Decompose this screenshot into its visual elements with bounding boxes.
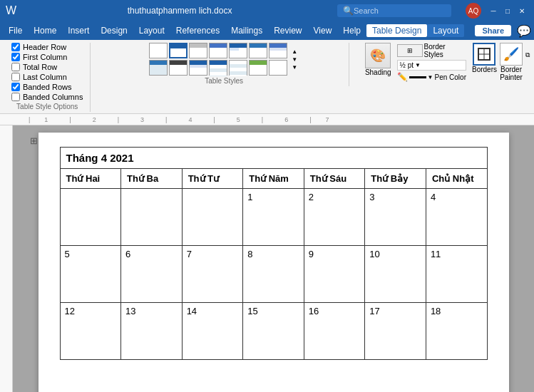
search-icon: 🔍: [343, 6, 354, 16]
week3-day5: 16: [304, 303, 365, 360]
table-style-options-label: Table Style Options: [16, 103, 78, 110]
table-style-3[interactable]: [189, 43, 207, 58]
window-controls: ─ □ ✕: [487, 4, 528, 17]
table-style-11[interactable]: [209, 60, 227, 76]
border-pt-dropdown[interactable]: ▼: [415, 62, 421, 68]
table-style-13[interactable]: [249, 60, 267, 76]
pen-color-line: [409, 76, 426, 78]
last-column-label: Last Column: [23, 73, 67, 81]
ruler-mark-14: 7: [326, 116, 329, 123]
menu-home[interactable]: Home: [28, 24, 62, 37]
banded-rows-checkbox-row: Banded Rows: [11, 83, 72, 91]
ribbon: Header Row First Column Total Row Last C…: [0, 40, 534, 114]
week2-day6: 10: [365, 246, 426, 303]
week3-day4: 15: [243, 303, 304, 360]
banded-rows-label: Banded Rows: [23, 83, 72, 91]
total-row-checkbox[interactable]: [11, 63, 20, 71]
border-styles-label: BorderStyles: [424, 43, 446, 58]
border-pt-row: ½ pt ▼: [397, 60, 466, 71]
shading-label: Shading: [365, 68, 391, 76]
pen-color-dropdown[interactable]: ▼: [428, 74, 433, 81]
table-style-8[interactable]: [149, 60, 168, 76]
shading-button[interactable]: 🎨: [365, 43, 391, 68]
shading-section: 🎨 Shading: [365, 43, 391, 76]
menu-help[interactable]: Help: [337, 24, 366, 37]
header-row-checkbox[interactable]: [11, 43, 20, 51]
ruler: | 1 | 2 | 3 | 4 | 5 | 6 | 7: [0, 114, 534, 125]
week3-day2: 13: [121, 303, 183, 360]
ruler-mark-12: 6: [284, 116, 288, 123]
add-table-icon[interactable]: ⊞: [30, 135, 38, 146]
header-row-checkbox-row: Header Row: [11, 43, 66, 51]
scroll-down-arrow[interactable]: ▼: [290, 56, 299, 63]
menu-view[interactable]: View: [308, 24, 338, 37]
table-styles-grid: [149, 43, 287, 76]
week1-day3: [182, 189, 243, 246]
table-style-12[interactable]: [229, 60, 247, 76]
page-container[interactable]: ⊞ Tháng 4 2021 Thứ Hai Thứ Ba Thứ Tư Thứ…: [13, 125, 534, 392]
calendar-header-row: Thứ Hai Thứ Ba Thứ Tư Thứ Năm Thứ Sáu Th…: [60, 169, 487, 189]
table-style-6[interactable]: [249, 43, 267, 58]
border-painter-button[interactable]: 🖌️ BorderPainter: [500, 43, 523, 81]
menu-insert[interactable]: Insert: [62, 24, 95, 37]
table-style-1[interactable]: [149, 43, 168, 58]
page: ⊞ Tháng 4 2021 Thứ Hai Thứ Ba Thứ Tư Thứ…: [38, 133, 509, 392]
borders-section: Borders 🖌️ BorderPainter: [472, 43, 523, 81]
ruler-mark-5: |: [118, 116, 119, 123]
ruler-mark-1: |: [29, 116, 30, 123]
scroll-expand-arrow[interactable]: ▼: [290, 64, 299, 71]
banded-rows-checkbox[interactable]: [11, 83, 20, 91]
menu-layout2[interactable]: Layout: [427, 24, 464, 37]
menu-design[interactable]: Design: [95, 24, 133, 37]
week1-day6: 3: [365, 189, 426, 246]
share-button[interactable]: Share: [475, 25, 511, 36]
week2-day1: 5: [60, 246, 121, 303]
menu-references[interactable]: References: [170, 24, 225, 37]
table-style-10[interactable]: [189, 60, 207, 76]
ribbon-group-table-styles: ▲ ▼ ▼ Table Styles: [99, 43, 349, 86]
borders-expand-icon[interactable]: ⧉: [525, 51, 530, 59]
ruler-mark-4: 2: [93, 116, 96, 123]
ruler-mark-9: |: [213, 116, 215, 123]
week1-day2: [121, 189, 183, 246]
first-column-checkbox[interactable]: [11, 53, 20, 61]
last-column-checkbox[interactable]: [11, 73, 20, 81]
table-styles-scroll: ▲ ▼ ▼: [290, 48, 299, 71]
search-input[interactable]: [354, 6, 439, 15]
header-thu-tu: Thứ Tư: [182, 169, 243, 189]
header-thu-sau: Thứ Sáu: [304, 169, 365, 189]
table-style-14[interactable]: [269, 60, 287, 76]
border-styles-button[interactable]: ⊞: [397, 44, 423, 57]
ribbon-group-borders: 🎨 Shading ⊞ BorderStyles ½ pt ▼ ✏️ ▼ Pen…: [358, 43, 530, 83]
border-styles-section: ⊞ BorderStyles ½ pt ▼ ✏️ ▼ Pen Color: [397, 43, 466, 82]
calendar-title: Tháng 4 2021: [60, 148, 487, 169]
menu-layout[interactable]: Layout: [133, 24, 170, 37]
maximize-button[interactable]: □: [501, 4, 514, 17]
word-icon: W: [6, 4, 16, 17]
banded-columns-label: Banded Columns: [23, 93, 83, 101]
first-column-label: First Column: [23, 53, 67, 61]
menu-file[interactable]: File: [3, 24, 28, 37]
comment-icon[interactable]: 💬: [517, 24, 531, 38]
minimize-button[interactable]: ─: [487, 4, 500, 17]
table-style-7[interactable]: [269, 43, 287, 58]
table-style-5[interactable]: [229, 43, 247, 58]
calendar-table: Tháng 4 2021 Thứ Hai Thứ Ba Thứ Tư Thứ N…: [60, 147, 488, 360]
avatar: AQ: [466, 3, 481, 19]
calendar-week-3: 12 13 14 15 16 17 18: [60, 303, 487, 360]
banded-columns-checkbox-row: Banded Columns: [11, 93, 83, 101]
search-box[interactable]: 🔍: [337, 4, 451, 17]
menu-table-design[interactable]: Table Design: [366, 24, 427, 37]
banded-columns-checkbox[interactable]: [11, 93, 20, 101]
menu-review[interactable]: Review: [268, 24, 307, 37]
close-button[interactable]: ✕: [515, 4, 528, 17]
table-style-2[interactable]: [169, 43, 188, 58]
borders-button[interactable]: Borders: [472, 43, 497, 81]
table-style-4[interactable]: [209, 43, 227, 58]
table-style-9[interactable]: [169, 60, 188, 76]
menu-mailings[interactable]: Mailings: [225, 24, 268, 37]
scroll-up-arrow[interactable]: ▲: [290, 48, 299, 55]
week3-day7: 18: [426, 303, 487, 360]
calendar-title-row: Tháng 4 2021: [60, 148, 487, 169]
borders-icon: [477, 47, 491, 61]
